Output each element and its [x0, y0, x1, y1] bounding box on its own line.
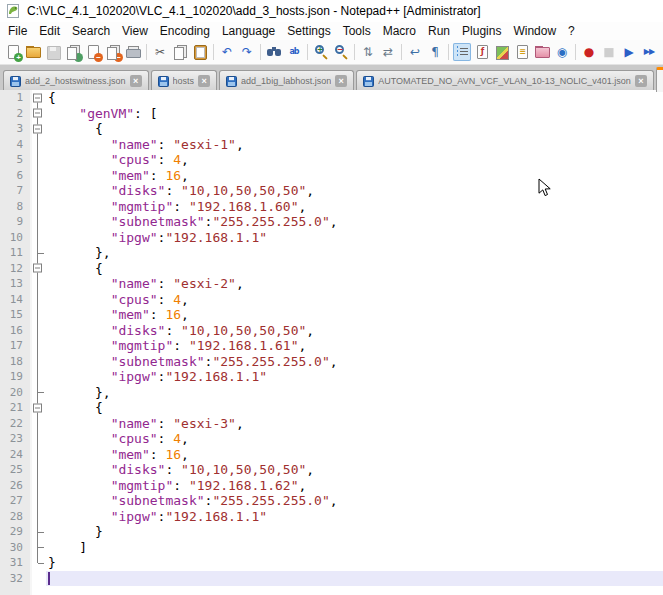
line-number[interactable]: 32 [0, 571, 30, 587]
tab-add-1big-labhost-json[interactable]: add_1big_labhost.json× [219, 70, 354, 91]
line-number[interactable]: 28 [0, 509, 30, 525]
tab-close-icon[interactable]: × [335, 75, 347, 87]
fold-margin[interactable] [30, 121, 46, 137]
tab-automated-no-avn-vcf-vlan-10-13-nolic-v401-json[interactable]: AUTOMATED_NO_AVN_VCF_VLAN_10-13_NOLIC_v4… [356, 70, 654, 91]
line-number[interactable]: 13 [0, 276, 30, 292]
macro-playback-icon[interactable]: ▶ [620, 43, 638, 61]
replace-icon[interactable]: ab [285, 43, 303, 61]
line-number[interactable]: 26 [0, 478, 30, 494]
fold-margin[interactable] [30, 369, 46, 385]
menu-language[interactable]: Language [216, 23, 281, 39]
code-text[interactable]: "disks": "10,10,50,50,50", [46, 183, 663, 199]
document-map-icon[interactable] [493, 43, 511, 61]
open-file-icon[interactable] [24, 43, 42, 61]
code-text[interactable]: "subnetmask":"255.255.255.0", [46, 214, 663, 230]
save-file-icon[interactable] [44, 43, 62, 61]
line-number[interactable]: 16 [0, 323, 30, 339]
code-text[interactable]: "disks": "10,10,50,50,50", [46, 462, 663, 478]
code-text[interactable]: "mgmtip": "192.168.1.61", [46, 338, 663, 354]
code-text[interactable]: ] [46, 540, 663, 556]
menu-view[interactable]: View [116, 23, 154, 39]
code-text[interactable]: { [46, 261, 663, 277]
fold-margin[interactable] [30, 199, 46, 215]
zoom-out-icon[interactable]: − [332, 43, 350, 61]
tab-add-2-hostswitness-json[interactable]: add_2_hostswitness.json× [3, 70, 149, 91]
line-number[interactable]: 10 [0, 230, 30, 246]
close-file-icon[interactable]: − [84, 43, 102, 61]
fold-margin[interactable] [30, 338, 46, 354]
word-wrap-icon[interactable]: ↩ [406, 43, 424, 61]
code-text[interactable]: "subnetmask":"255.255.255.0", [46, 354, 663, 370]
show-indent-guide-icon[interactable] [453, 43, 471, 61]
fold-margin[interactable] [30, 555, 46, 571]
code-text[interactable]: "cpus": 4, [46, 292, 663, 308]
menu-macro[interactable]: Macro [377, 23, 422, 39]
menu-window[interactable]: Window [507, 23, 562, 39]
line-number[interactable]: 7 [0, 183, 30, 199]
menu-edit[interactable]: Edit [33, 23, 66, 39]
line-number[interactable]: 20 [0, 385, 30, 401]
tab-close-icon[interactable]: × [635, 75, 647, 87]
tab-add-3-hosts-json[interactable]: add_3_hosts.json× [656, 67, 663, 92]
code-text[interactable]: "cpus": 4, [46, 431, 663, 447]
fold-margin[interactable] [30, 416, 46, 432]
fold-margin[interactable] [30, 431, 46, 447]
menu-help[interactable]: ? [562, 23, 581, 39]
code-text[interactable]: "subnetmask":"255.255.255.0", [46, 493, 663, 509]
menu-encoding[interactable]: Encoding [154, 23, 216, 39]
macro-record-icon[interactable]: ● [580, 43, 598, 61]
code-text[interactable]: } [46, 555, 663, 571]
line-number[interactable]: 6 [0, 168, 30, 184]
fold-margin[interactable] [30, 168, 46, 184]
close-all-icon[interactable]: − [104, 43, 122, 61]
menu-search[interactable]: Search [66, 23, 116, 39]
line-number[interactable]: 2 [0, 106, 30, 122]
fold-margin[interactable] [30, 106, 46, 122]
fold-margin[interactable] [30, 540, 46, 556]
fold-margin[interactable] [30, 571, 46, 587]
tab-close-icon[interactable]: × [130, 75, 142, 87]
code-text[interactable]: "name": "esxi-2", [46, 276, 663, 292]
fold-margin[interactable] [30, 183, 46, 199]
code-text[interactable]: "name": "esxi-1", [46, 137, 663, 153]
fold-margin[interactable] [30, 276, 46, 292]
line-number[interactable]: 9 [0, 214, 30, 230]
code-text[interactable]: "mgmtip": "192.168.1.60", [46, 199, 663, 215]
fold-margin[interactable] [30, 214, 46, 230]
print-icon[interactable] [124, 43, 142, 61]
code-text[interactable]: "mem": 16, [46, 447, 663, 463]
macro-stop-icon[interactable]: ■ [600, 43, 618, 61]
line-number[interactable]: 14 [0, 292, 30, 308]
fold-margin[interactable] [30, 478, 46, 494]
line-number[interactable]: 22 [0, 416, 30, 432]
menu-file[interactable]: File [2, 23, 33, 39]
monitoring-icon[interactable]: ◉ [553, 43, 571, 61]
menu-run[interactable]: Run [422, 23, 456, 39]
fold-margin[interactable] [30, 152, 46, 168]
document-list-icon[interactable]: ≡ [513, 43, 531, 61]
fold-margin[interactable] [30, 400, 46, 416]
code-text[interactable]: } [46, 524, 663, 540]
code-text[interactable]: "ipgw":"192.168.1.1" [46, 509, 663, 525]
redo-icon[interactable]: ↷ [238, 43, 256, 61]
line-number[interactable]: 3 [0, 121, 30, 137]
function-list-icon[interactable]: ƒ [473, 43, 491, 61]
fold-margin[interactable] [30, 462, 46, 478]
find-icon[interactable] [265, 43, 283, 61]
fold-margin[interactable] [30, 323, 46, 339]
code-text[interactable]: "cpus": 4, [46, 152, 663, 168]
folder-as-workspace-icon[interactable] [533, 43, 551, 61]
sync-horizontal-scroll-icon[interactable]: ⇄ [379, 43, 397, 61]
line-number[interactable]: 15 [0, 307, 30, 323]
line-number[interactable]: 17 [0, 338, 30, 354]
show-all-characters-icon[interactable]: ¶ [426, 43, 444, 61]
fold-margin[interactable] [30, 524, 46, 540]
title-bar[interactable]: C:\VLC_4.1_102020\VLC_4.1_102020\add_3_h… [0, 0, 663, 22]
line-number[interactable]: 5 [0, 152, 30, 168]
line-number[interactable]: 27 [0, 493, 30, 509]
fold-margin[interactable] [30, 245, 46, 261]
code-text[interactable]: }, [46, 385, 663, 401]
save-all-icon[interactable] [64, 43, 82, 61]
code-text[interactable]: "genVM": [ [46, 106, 663, 122]
code-text[interactable]: "ipgw":"192.168.1.1" [46, 369, 663, 385]
